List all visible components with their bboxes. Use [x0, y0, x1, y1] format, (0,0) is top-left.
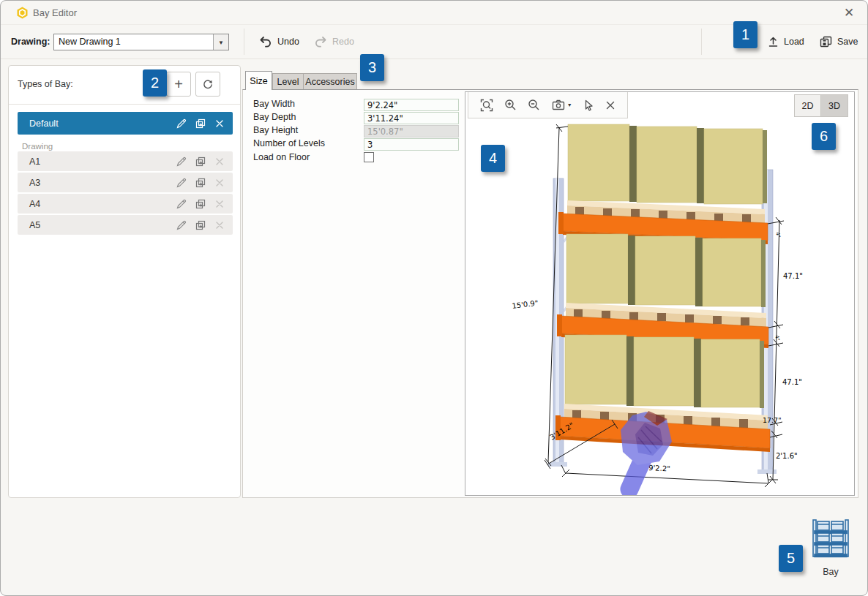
bay-tool-widget[interactable]: Bay: [807, 518, 854, 577]
zoom-in-icon: [504, 99, 517, 111]
delete-icon[interactable]: [215, 200, 224, 208]
tab-size[interactable]: Size: [245, 71, 272, 90]
bay-type-label: A3: [18, 178, 176, 188]
drawing-select-value: New Drawing 1: [59, 37, 121, 47]
edit-icon[interactable]: [176, 178, 187, 188]
bay-type-row-a4[interactable]: A4: [18, 194, 233, 214]
panel-divider: [9, 104, 240, 105]
pointer-tool-button[interactable]: [583, 99, 594, 111]
types-of-bay-header: Types of Bay:: [18, 79, 73, 89]
delete-icon[interactable]: [215, 178, 224, 187]
delete-icon[interactable]: [215, 119, 224, 128]
add-bay-type-button[interactable]: +: [166, 72, 191, 97]
number-of-levels-field[interactable]: [364, 138, 459, 151]
annotation-badge-3: 3: [360, 54, 384, 81]
load-button[interactable]: Load: [768, 33, 804, 50]
duplicate-icon[interactable]: [195, 118, 206, 129]
window-title: Bay Editor: [33, 7, 77, 18]
duplicate-icon[interactable]: [195, 220, 206, 230]
bay-type-row-default[interactable]: Default: [18, 112, 233, 135]
snapshot-button[interactable]: ▼: [552, 99, 572, 110]
bay-rack-icon: [812, 518, 850, 559]
model-viewport[interactable]: 15'0.9" 47.1" 47.1" 4" 4" 17.7" 2'1.6" 9…: [465, 91, 855, 496]
refresh-icon: [202, 78, 214, 90]
redo-icon: [314, 36, 327, 48]
dim-total-height: 15'0.9": [512, 299, 539, 310]
number-of-levels-label: Number of Levels: [253, 138, 325, 148]
load-on-floor-checkbox[interactable]: [364, 152, 374, 162]
undo-icon: [259, 36, 272, 48]
bay-type-row-a1[interactable]: A1: [18, 151, 233, 171]
zoom-fit-button[interactable]: [480, 99, 493, 112]
dim-beam-face-1: 4": [774, 232, 782, 238]
bay-height-label: Bay Height: [253, 125, 298, 135]
save-label: Save: [837, 37, 858, 47]
edit-icon[interactable]: [176, 118, 187, 129]
viewport-toolbar: ▼: [468, 92, 628, 118]
bay-depth-field[interactable]: [364, 112, 459, 124]
duplicate-icon[interactable]: [195, 156, 206, 167]
drawing-group-label: Drawing: [22, 142, 53, 151]
toolbar-separator: [244, 29, 244, 55]
mode-2d-button[interactable]: 2D: [795, 95, 821, 116]
bay-height-field: [364, 125, 459, 137]
drawing-select-dropdown-button[interactable]: ▼: [213, 34, 228, 50]
zoom-out-button[interactable]: [528, 99, 540, 111]
plus-icon: +: [174, 76, 183, 93]
zoom-in-button[interactable]: [504, 99, 517, 111]
annotation-badge-2: 2: [143, 69, 167, 97]
camera-icon: [552, 99, 565, 110]
zoom-fit-icon: [480, 99, 493, 112]
bay-type-label: A5: [18, 220, 176, 230]
bay-width-field[interactable]: [364, 99, 459, 111]
drawing-select[interactable]: New Drawing 1 ▼: [53, 34, 229, 50]
rack-3d-scene: 15'0.9" 47.1" 47.1" 4" 4" 17.7" 2'1.6" 9…: [465, 92, 854, 495]
dim-clearance: 2'1.6": [776, 452, 798, 460]
duplicate-icon[interactable]: [195, 199, 206, 209]
chevron-down-icon: ▼: [218, 39, 224, 46]
bay-type-label: A4: [18, 199, 176, 209]
toolbar-separator-2: [701, 29, 702, 55]
app-logo-icon: [16, 7, 29, 19]
chevron-down-icon: ▼: [567, 102, 572, 107]
redo-label: Redo: [332, 37, 354, 47]
annotation-badge-6: 6: [812, 123, 836, 150]
bay-depth-label: Bay Depth: [253, 112, 296, 122]
tab-accessories[interactable]: Accessories: [303, 73, 357, 90]
tab-level[interactable]: Level: [272, 73, 303, 90]
bay-width-label: Bay Width: [253, 99, 295, 109]
undo-label: Undo: [277, 37, 299, 47]
types-of-bay-panel: Types of Bay: + Default: [8, 65, 241, 498]
annotation-badge-1: 1: [733, 21, 757, 48]
bay-editor-window: Bay Editor ✕ Drawing: New Drawing 1 ▼ Un…: [0, 0, 868, 596]
dim-bay-width: 9'2.2": [648, 464, 670, 473]
save-button[interactable]: Save: [820, 33, 858, 50]
bay-tool-label: Bay: [807, 567, 854, 577]
size-tab-content: Bay Width Bay Depth Bay Height Number of…: [242, 89, 858, 498]
delete-icon[interactable]: [215, 157, 224, 166]
load-on-floor-label: Load on Floor: [253, 152, 310, 162]
clear-view-button[interactable]: [605, 100, 616, 110]
view-mode-switch: 2D 3D: [794, 94, 848, 117]
dim-gap-lower: 47.1": [782, 378, 802, 386]
redo-button[interactable]: Redo: [314, 33, 354, 50]
bay-type-row-a3[interactable]: A3: [18, 173, 233, 192]
load-label: Load: [784, 37, 804, 47]
bay-type-row-a5[interactable]: A5: [18, 215, 233, 235]
dim-beam-bottom: 17.7": [763, 416, 782, 424]
bay-type-label: Default: [18, 118, 176, 129]
edit-icon[interactable]: [176, 199, 187, 209]
undo-button[interactable]: Undo: [259, 33, 299, 50]
annotation-badge-4: 4: [481, 145, 505, 172]
delete-icon[interactable]: [215, 221, 224, 230]
annotation-badge-5: 5: [779, 545, 803, 572]
duplicate-icon[interactable]: [195, 178, 206, 188]
window-close-icon[interactable]: ✕: [841, 5, 857, 21]
refresh-button[interactable]: [195, 72, 220, 97]
edit-icon[interactable]: [176, 220, 187, 230]
zoom-out-icon: [528, 99, 540, 111]
upload-icon: [768, 36, 779, 48]
drawing-label: Drawing:: [11, 37, 50, 47]
edit-icon[interactable]: [176, 156, 187, 167]
mode-3d-button[interactable]: 3D: [821, 95, 848, 116]
